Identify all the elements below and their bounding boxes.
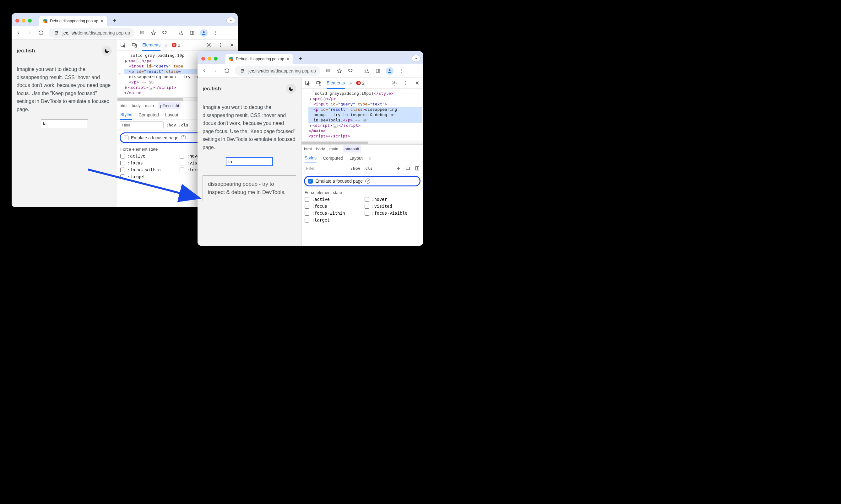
computed-tab[interactable]: Computed: [323, 156, 343, 161]
cls-toggle[interactable]: .cls: [363, 166, 372, 171]
inspect-element-icon[interactable]: [120, 42, 126, 49]
new-tab-button[interactable]: +: [110, 16, 119, 25]
close-tab-icon[interactable]: ×: [287, 56, 289, 61]
styles-tab[interactable]: Styles: [120, 110, 132, 120]
install-app-icon[interactable]: [139, 30, 146, 36]
dom-h-scrollbar[interactable]: [301, 141, 423, 144]
bookmark-icon[interactable]: [336, 68, 343, 74]
state-active-checkbox[interactable]: [304, 197, 309, 202]
browser-menu-icon[interactable]: [398, 68, 405, 74]
styles-tab[interactable]: Styles: [304, 153, 317, 163]
side-panel-icon[interactable]: [375, 68, 382, 74]
devtools-menu-icon[interactable]: [217, 42, 224, 49]
layout-tab[interactable]: Layout: [350, 156, 363, 161]
crumb-current[interactable]: p#result: [343, 145, 361, 152]
minimize-window-button[interactable]: [208, 57, 211, 60]
devtools-menu-icon[interactable]: [402, 80, 409, 87]
side-panel-icon[interactable]: [189, 30, 196, 36]
extensions-icon[interactable]: [347, 68, 354, 74]
crumb-html[interactable]: html: [304, 147, 312, 151]
new-tab-button[interactable]: +: [296, 54, 305, 63]
computed-tab[interactable]: Computed: [139, 112, 159, 118]
state-target-checkbox[interactable]: [304, 218, 309, 222]
state-focus-visible-checkbox[interactable]: [365, 211, 369, 216]
device-toolbar-icon[interactable]: [131, 42, 138, 49]
profile-avatar[interactable]: [200, 29, 208, 37]
computed-panel-icon[interactable]: [414, 165, 421, 172]
maximize-window-button[interactable]: [214, 57, 217, 60]
browser-tab[interactable]: Debug disappearing pop up ×: [225, 54, 293, 64]
forward-button[interactable]: [212, 68, 219, 74]
tab-overflow-button[interactable]: [412, 55, 421, 62]
reload-button[interactable]: [37, 30, 44, 36]
errors-badge[interactable]: ✕2: [172, 43, 180, 48]
state-visited-checkbox[interactable]: [180, 161, 185, 165]
devtools-settings-icon[interactable]: [206, 42, 213, 49]
device-toolbar-icon[interactable]: [315, 80, 322, 87]
labs-icon[interactable]: [177, 30, 185, 36]
maximize-window-button[interactable]: [28, 19, 32, 23]
site-settings-icon[interactable]: [53, 30, 60, 36]
state-focus-checkbox[interactable]: [304, 204, 309, 209]
address-bar[interactable]: jec.fish/demo/disappearing-pop-up: [49, 28, 135, 38]
inspect-element-icon[interactable]: [304, 80, 311, 87]
query-input[interactable]: [226, 157, 273, 166]
devtools-close-icon[interactable]: [228, 42, 235, 49]
crumb-html[interactable]: html: [120, 103, 127, 108]
more-subtabs-icon[interactable]: »: [369, 156, 371, 161]
site-settings-icon[interactable]: [239, 68, 246, 74]
extensions-icon[interactable]: [161, 30, 168, 36]
more-tabs-icon[interactable]: »: [165, 43, 168, 48]
crumb-body[interactable]: body: [132, 103, 141, 108]
state-focus-visible-checkbox[interactable]: [180, 167, 185, 172]
crumb-current[interactable]: p#result.hi: [158, 102, 181, 109]
tab-overflow-button[interactable]: [226, 17, 235, 24]
crumb-main[interactable]: main: [329, 147, 338, 151]
browser-menu-icon[interactable]: [212, 30, 219, 36]
hov-toggle[interactable]: :hov: [350, 166, 360, 171]
errors-badge[interactable]: ✕2: [356, 80, 365, 86]
state-visited-checkbox[interactable]: [365, 204, 369, 209]
back-button[interactable]: [15, 30, 22, 36]
labs-icon[interactable]: [363, 68, 370, 74]
state-hover-checkbox[interactable]: [365, 197, 369, 202]
state-focus-checkbox[interactable]: [120, 161, 125, 165]
minimize-window-button[interactable]: [22, 19, 25, 23]
elements-tab[interactable]: Elements: [327, 77, 345, 89]
emulate-focused-checkbox[interactable]: [124, 136, 128, 140]
close-window-button[interactable]: [201, 57, 205, 60]
devtools-close-icon[interactable]: [414, 80, 421, 87]
install-app-icon[interactable]: [325, 68, 332, 74]
reload-button[interactable]: [223, 68, 230, 74]
bookmark-icon[interactable]: [150, 30, 157, 36]
styles-filter-input[interactable]: [120, 122, 164, 129]
state-target-checkbox[interactable]: [120, 175, 125, 179]
state-active-checkbox[interactable]: [120, 154, 125, 159]
styles-filter-input[interactable]: [304, 165, 348, 172]
cls-toggle[interactable]: .cls: [178, 123, 188, 127]
emulate-focused-checkbox[interactable]: ✓: [308, 179, 313, 184]
state-focus-within-checkbox[interactable]: [304, 211, 309, 216]
new-style-rule-icon[interactable]: [395, 165, 402, 172]
dark-mode-toggle[interactable]: [286, 84, 296, 94]
crumb-main[interactable]: main: [145, 103, 154, 108]
layout-tab[interactable]: Layout: [165, 112, 178, 118]
crumb-body[interactable]: body: [316, 147, 325, 151]
help-icon[interactable]: ?: [365, 179, 370, 184]
forward-button[interactable]: [26, 30, 33, 36]
close-tab-icon[interactable]: ×: [101, 19, 103, 23]
back-button[interactable]: [201, 68, 208, 74]
rendering-icon[interactable]: [404, 165, 411, 172]
query-input[interactable]: [41, 119, 88, 128]
more-tabs-icon[interactable]: »: [349, 80, 352, 86]
browser-tab[interactable]: Debug disappearing pop up ×: [39, 16, 107, 26]
address-bar[interactable]: jec.fish/demo/disappearing-pop-up: [234, 66, 320, 76]
state-hover-checkbox[interactable]: [180, 154, 185, 159]
devtools-settings-icon[interactable]: [391, 80, 398, 87]
dark-mode-toggle[interactable]: [102, 46, 112, 56]
help-icon[interactable]: ?: [181, 135, 186, 140]
hov-toggle[interactable]: :hov: [166, 123, 176, 127]
profile-avatar[interactable]: [386, 67, 393, 75]
dom-tree[interactable]: solid gray;padding:10px}</style> <p>…</p…: [301, 89, 423, 141]
state-focus-within-checkbox[interactable]: [120, 167, 125, 172]
